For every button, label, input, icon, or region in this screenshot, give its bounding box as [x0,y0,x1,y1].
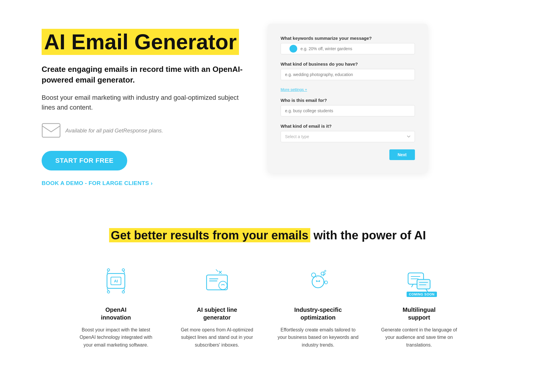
business-input[interactable] [281,69,415,80]
keywords-group: What keywords summarize your message? [281,36,415,54]
next-button[interactable]: Next [389,149,415,160]
svg-text:AI: AI [114,279,118,283]
openai-icon: AI [100,265,132,297]
headline-highlight: Get better results from your emails [109,228,310,242]
svg-rect-31 [417,279,430,289]
feature-subject-line: AI subject linegenerator Get more opens … [175,263,259,349]
book-demo-link[interactable]: BOOK A DEMO - FOR LARGE CLIENTS › [42,180,244,186]
features-headline: Get better results from your emails with… [42,228,493,242]
feature-multilingual: COMING SOON Multilingualsupport Generate… [377,263,461,349]
hero-badge: Available for all paid GetResponse plans… [42,123,244,139]
feature-subject-title: AI subject linegenerator [175,306,259,321]
start-for-free-button[interactable]: START FOR FREE [42,151,127,170]
email-type-label: What kind of email is it? [281,124,415,129]
svg-point-14 [222,284,223,285]
email-type-select[interactable]: Select a type [281,131,415,142]
svg-point-23 [325,281,328,284]
features-grid: AI OpenAIinnovation Boost your impact wi… [42,263,493,349]
email-icon [42,123,61,139]
business-label: What kind of business do you have? [281,61,415,67]
more-settings-link[interactable]: More settings + [281,87,415,92]
audience-group: Who is this email for? [281,98,415,116]
subject-line-icon-wrap [199,263,235,299]
subject-line-icon [201,265,233,297]
feature-industry-title: Industry-specificoptimization [276,306,360,321]
business-group: What kind of business do you have? [281,61,415,80]
openai-icon-wrap: AI [98,263,134,299]
feature-openai-desc: Boost your impact with the latest OpenAI… [74,326,158,349]
svg-rect-27 [324,270,326,272]
svg-point-18 [312,276,324,288]
svg-point-13 [219,281,227,290]
keywords-input[interactable] [281,43,415,54]
features-section: Get better results from your emails with… [0,204,535,367]
coming-soon-badge: COMING SOON [407,292,437,297]
svg-rect-12 [207,275,227,290]
input-dot-decoration [289,45,297,53]
keywords-input-wrap [281,43,415,54]
svg-point-19 [316,280,317,282]
svg-point-20 [319,280,320,282]
feature-subject-desc: Get more opens from AI-optimized subject… [175,326,259,349]
hero-right-column: What keywords summarize your message? Wh… [268,24,428,173]
industry-icon-wrap [300,263,336,299]
keywords-label: What keywords summarize your message? [281,36,415,41]
svg-rect-0 [42,124,60,137]
email-type-group: What kind of email is it? Select a type [281,124,415,142]
hero-left-column: AI Email Generator Create engaging email… [42,24,244,186]
svg-point-21 [311,273,316,277]
svg-point-15 [224,284,224,285]
audience-label: Who is this email for? [281,98,415,103]
feature-industry-desc: Effortlessly create emails tailored to y… [276,326,360,349]
badge-text: Available for all paid GetResponse plans… [65,128,163,134]
feature-openai-title: OpenAIinnovation [74,306,158,321]
svg-point-22 [321,272,324,275]
form-card: What keywords summarize your message? Wh… [268,24,428,173]
hero-section: AI Email Generator Create engaging email… [0,0,535,204]
feature-multilingual-desc: Generate content in the language of your… [377,326,461,349]
hero-description: Boost your email marketing with industry… [42,93,244,112]
feature-multilingual-title: Multilingualsupport [377,306,461,321]
industry-icon [302,265,334,297]
hero-title: AI Email Generator [42,29,239,55]
feature-openai: AI OpenAIinnovation Boost your impact wi… [74,263,158,349]
feature-industry: Industry-specificoptimization Effortless… [276,263,360,349]
headline-plain: with the power of AI [314,229,426,242]
hero-subtitle: Create engaging emails in record time wi… [42,64,244,86]
multilingual-icon-wrap: COMING SOON [401,263,437,299]
hero-title-wrap: AI Email Generator [42,30,244,54]
audience-input[interactable] [281,105,415,116]
